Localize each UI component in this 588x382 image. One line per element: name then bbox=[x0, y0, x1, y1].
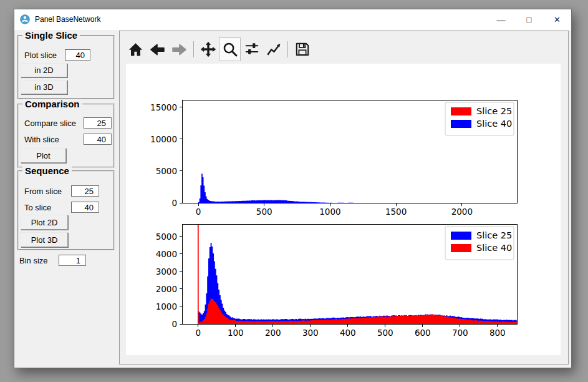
zoom-button[interactable] bbox=[219, 37, 241, 61]
x-tick-label: 600 bbox=[415, 328, 431, 338]
plot-panel: 0500100015002000050001000015000Slice 25S… bbox=[119, 31, 569, 365]
plot-slice-label: Plot slice bbox=[24, 51, 57, 60]
legend: Slice 25Slice 40 bbox=[445, 227, 514, 260]
x-tick-label: 800 bbox=[489, 328, 506, 338]
legend-swatch bbox=[451, 232, 471, 240]
x-tick-label: 500 bbox=[377, 328, 393, 338]
forward-button[interactable] bbox=[168, 37, 190, 61]
legend-swatch bbox=[451, 107, 471, 115]
axes-1[interactable]: 0500100015002000050001000015000Slice 25S… bbox=[150, 100, 517, 217]
tk-app-icon bbox=[20, 14, 30, 24]
plot-slice-input[interactable] bbox=[65, 49, 90, 61]
from-slice-label: From slice bbox=[24, 187, 62, 196]
legend-label: Slice 40 bbox=[476, 243, 512, 253]
save-button[interactable] bbox=[291, 37, 313, 61]
toolbar-separator bbox=[287, 41, 288, 57]
y-tick-label: 0 bbox=[171, 319, 177, 329]
x-tick-label: 0 bbox=[196, 207, 201, 217]
with-slice-label: With slice bbox=[24, 135, 59, 144]
y-tick-label: 5000 bbox=[156, 166, 177, 176]
y-tick-label: 5000 bbox=[156, 232, 177, 242]
edit-parameters-button[interactable] bbox=[263, 37, 284, 61]
compare-slice-label: Compare slice bbox=[24, 119, 76, 128]
x-tick-label: 300 bbox=[302, 328, 319, 338]
close-button[interactable]: ✕ bbox=[543, 9, 571, 30]
histogram-figure[interactable]: 0500100015002000050001000015000Slice 25S… bbox=[126, 64, 561, 355]
pan-icon bbox=[200, 41, 216, 57]
sequence-title: Sequence bbox=[22, 165, 72, 176]
from-slice-input[interactable] bbox=[71, 185, 99, 197]
legend-swatch bbox=[451, 244, 471, 252]
desktop-background: Panel BaseNetwork — □ ✕ Single Slice Plo… bbox=[0, 0, 588, 382]
pan-button[interactable] bbox=[197, 37, 219, 61]
window-title: Panel BaseNetwork bbox=[35, 15, 100, 24]
x-tick-label: 100 bbox=[228, 328, 244, 338]
x-tick-label: 2000 bbox=[451, 207, 473, 217]
figure-canvas[interactable]: 0500100015002000050001000015000Slice 25S… bbox=[126, 64, 561, 355]
with-slice-input[interactable] bbox=[84, 134, 112, 145]
in-3d-button[interactable]: in 3D bbox=[21, 80, 67, 94]
x-tick-label: 200 bbox=[265, 328, 281, 338]
app-window: Panel BaseNetwork — □ ✕ Single Slice Plo… bbox=[14, 9, 572, 368]
legend-swatch bbox=[451, 120, 471, 128]
home-button[interactable] bbox=[125, 37, 147, 61]
y-tick-label: 15000 bbox=[150, 102, 177, 112]
single-slice-title: Single Slice bbox=[22, 30, 80, 41]
bin-size-input[interactable] bbox=[59, 255, 86, 266]
title-bar[interactable]: Panel BaseNetwork — □ ✕ bbox=[14, 9, 571, 30]
line-chart-icon bbox=[266, 41, 282, 57]
x-tick-label: 700 bbox=[452, 328, 468, 338]
sliders-icon bbox=[244, 41, 260, 57]
y-tick-label: 10000 bbox=[150, 134, 177, 144]
x-tick-label: 1500 bbox=[385, 207, 407, 217]
plot-3d-button[interactable]: Plot 3D bbox=[21, 232, 68, 247]
x-tick-label: 400 bbox=[340, 328, 356, 338]
toolbar-separator bbox=[193, 41, 194, 57]
maximize-button[interactable]: □ bbox=[515, 9, 543, 30]
back-icon bbox=[150, 42, 165, 57]
x-tick-label: 500 bbox=[256, 207, 272, 217]
to-slice-label: To slice bbox=[24, 203, 51, 212]
legend-label: Slice 25 bbox=[476, 230, 512, 240]
back-button[interactable] bbox=[147, 37, 168, 61]
save-icon bbox=[294, 41, 311, 57]
y-tick-label: 3000 bbox=[156, 267, 177, 277]
to-slice-input[interactable] bbox=[71, 202, 99, 213]
compare-slice-input[interactable] bbox=[84, 117, 112, 129]
plot-2d-button[interactable]: Plot 2D bbox=[21, 215, 68, 230]
y-tick-label: 1000 bbox=[156, 301, 177, 311]
legend-label: Slice 40 bbox=[476, 119, 512, 129]
bin-size-label: Bin size bbox=[19, 256, 48, 265]
comparison-plot-button[interactable]: Plot bbox=[21, 148, 66, 163]
y-tick-label: 2000 bbox=[156, 284, 177, 294]
y-tick-label: 0 bbox=[171, 198, 177, 208]
matplotlib-toolbar bbox=[125, 37, 313, 61]
legend: Slice 25Slice 40 bbox=[445, 102, 514, 135]
minimize-button[interactable]: — bbox=[487, 9, 515, 30]
y-tick-label: 4000 bbox=[156, 249, 177, 259]
comparison-title: Comparison bbox=[22, 99, 82, 109]
x-tick-label: 1000 bbox=[319, 207, 340, 217]
zoom-icon bbox=[222, 41, 238, 57]
configure-subplots-button[interactable] bbox=[241, 37, 263, 61]
axes-2[interactable]: 0100200300400500600700800010002000300040… bbox=[156, 224, 517, 338]
legend-label: Slice 25 bbox=[476, 106, 512, 116]
series-slice-40 bbox=[198, 174, 514, 203]
window-controls: — □ ✕ bbox=[487, 9, 571, 30]
x-tick-label: 0 bbox=[196, 328, 201, 338]
in-2d-button[interactable]: in 2D bbox=[21, 63, 67, 77]
forward-icon bbox=[171, 42, 187, 57]
home-icon bbox=[128, 42, 143, 57]
